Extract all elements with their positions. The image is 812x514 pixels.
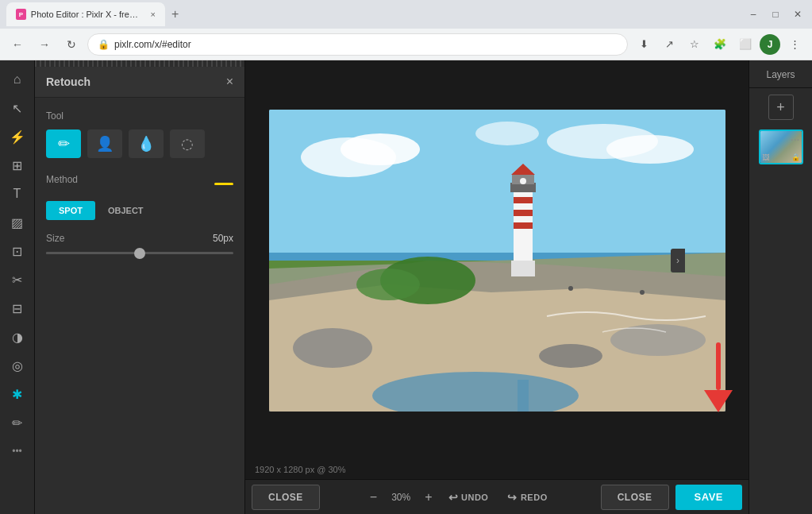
tab-favicon: P (16, 9, 26, 20)
arrow-head (704, 390, 733, 412)
scissors-icon[interactable]: ✂ (5, 267, 30, 292)
svg-point-13 (293, 328, 372, 368)
select-icon[interactable]: ↖ (5, 95, 30, 121)
collapse-panel-arrow[interactable]: › (671, 249, 685, 272)
layers-panel: Layers + ··· 🖼 🔒 (749, 60, 812, 514)
sliders-icon[interactable]: ⊟ (5, 296, 30, 321)
svg-point-15 (539, 344, 602, 368)
circle-half-icon[interactable]: ◑ (5, 324, 30, 350)
slider-track (46, 252, 233, 254)
brush-icon[interactable]: ✏ (5, 410, 30, 435)
bottom-bar: CLOSE − 30% + ↩ UNDO ↪ REDO CLOSE SAVE (245, 479, 749, 514)
toolbar-actions: ⬇ ↗ ☆ 🧩 ⬜ J ⋮ (633, 33, 806, 56)
home-icon[interactable]: ⌂ (5, 67, 30, 92)
zoom-in-button[interactable]: + (421, 490, 435, 504)
new-tab-button[interactable]: + (168, 7, 182, 21)
method-buttons: SPOT OBJECT (46, 201, 233, 220)
split-view-icon[interactable]: ⬜ (734, 33, 756, 56)
hatch-icon[interactable]: ▨ (5, 210, 30, 235)
lock-icon: 🔒 (98, 39, 110, 50)
svg-point-2 (341, 133, 420, 165)
crop-icon[interactable]: ⊞ (5, 153, 30, 178)
text-icon[interactable]: T (5, 181, 30, 207)
url-text: pixlr.com/x/#editor (114, 39, 191, 50)
more-tools-icon[interactable]: ••• (5, 439, 30, 464)
minimize-button[interactable]: – (745, 6, 761, 22)
size-slider[interactable] (46, 252, 233, 254)
drop-tool-button[interactable]: 💧 (129, 129, 164, 158)
close-right-button[interactable]: CLOSE (601, 485, 669, 510)
refresh-button[interactable]: ↻ (60, 33, 83, 56)
undo-label: UNDO (461, 493, 488, 502)
slider-thumb[interactable] (134, 248, 145, 259)
window-controls: – □ ✕ (745, 6, 806, 22)
brush-tool-button[interactable]: ✏ (46, 129, 81, 158)
canvas-svg (269, 110, 725, 412)
add-layer-button[interactable]: + (768, 95, 794, 120)
maximize-button[interactable]: □ (768, 6, 783, 22)
object-button[interactable]: OBJECT (95, 201, 156, 220)
layer-more-icon[interactable]: ··· (791, 133, 800, 145)
panel-close-button[interactable]: × (226, 75, 233, 89)
transform-icon[interactable]: ⊡ (5, 238, 30, 264)
panel-header: Retouch × (35, 67, 244, 98)
stamp-tool-button[interactable]: 👤 (87, 129, 122, 158)
undo-button[interactable]: ↩ UNDO (442, 491, 495, 504)
canvas-status-text: 1920 x 1280 px @ 30% (255, 465, 346, 474)
forward-button[interactable]: → (33, 33, 56, 56)
circle-tool-button[interactable]: ◌ (170, 129, 205, 158)
svg-rect-20 (514, 197, 533, 203)
editor-body: ⌂ ↖ ⚡ ⊞ T ▨ ⊡ ✂ ⊟ ◑ ◎ ✱ ✏ ••• Retouch × … (0, 60, 812, 514)
retouch-icon[interactable]: ✱ (5, 381, 30, 407)
bottom-center-actions: − 30% + ↩ UNDO ↪ REDO (367, 490, 554, 504)
size-value: 50px (213, 233, 233, 244)
tab-title: Photo Editor : Pixlr X - free im... (31, 10, 143, 19)
svg-point-26 (520, 178, 526, 184)
download-icon[interactable]: ⬇ (633, 33, 655, 56)
tab-close-icon[interactable]: × (151, 10, 156, 19)
back-button[interactable]: ← (6, 33, 29, 56)
redo-label: REDO (521, 493, 548, 502)
red-arrow-indicator (704, 342, 733, 412)
layer-thumbnail[interactable]: ··· 🖼 🔒 (759, 129, 803, 164)
close-window-button[interactable]: ✕ (790, 6, 806, 22)
canvas-wrapper[interactable]: › (245, 60, 749, 460)
zoom-value: 30% (387, 492, 415, 503)
layers-title: Layers (766, 69, 795, 80)
menu-icon[interactable]: ⋮ (783, 33, 806, 56)
method-label: Method (46, 174, 78, 185)
svg-rect-27 (518, 380, 529, 412)
bottom-right-actions: CLOSE SAVE (601, 485, 742, 510)
zoom-out-button[interactable]: − (367, 490, 380, 504)
bookmark-icon[interactable]: ☆ (683, 33, 706, 56)
close-left-button[interactable]: CLOSE (252, 485, 320, 510)
panel-content: Tool ✏ 👤 💧 ◌ Method SPOT OBJECT Size 50p… (35, 98, 244, 514)
canvas-area: › 1920 x 1280 px @ 30% CLOSE − 30% + ↩ U… (245, 60, 749, 514)
panel-title: Retouch (46, 75, 90, 88)
spot-button[interactable]: SPOT (46, 201, 95, 220)
browser-tab[interactable]: P Photo Editor : Pixlr X - free im... × (6, 2, 165, 26)
svg-point-5 (475, 122, 539, 145)
address-bar[interactable]: 🔒 pixlr.com/x/#editor (87, 33, 628, 56)
extensions-icon[interactable]: 🧩 (709, 33, 731, 56)
bottom-left-actions: CLOSE (252, 485, 320, 510)
retouch-panel: Retouch × Tool ✏ 👤 💧 ◌ Method SPOT OBJEC… (35, 60, 245, 514)
svg-rect-22 (514, 222, 533, 229)
lightning-icon[interactable]: ⚡ (5, 124, 30, 149)
svg-point-4 (606, 135, 694, 164)
svg-rect-18 (511, 261, 535, 276)
svg-point-17 (356, 269, 420, 300)
size-row: Size 50px (46, 233, 233, 244)
panel-drag-handle[interactable] (35, 60, 244, 67)
redo-button[interactable]: ↪ REDO (501, 491, 553, 504)
tool-section-label: Tool (46, 110, 233, 122)
svg-rect-21 (514, 210, 533, 216)
redo-icon: ↪ (507, 491, 518, 504)
canvas-statusbar: 1920 x 1280 px @ 30% (245, 460, 749, 479)
layers-header: Layers (749, 60, 812, 88)
share-icon[interactable]: ↗ (658, 33, 680, 56)
profile-button[interactable]: J (760, 34, 780, 55)
tool-options-row: ✏ 👤 💧 ◌ (46, 129, 233, 158)
heal-icon[interactable]: ◎ (5, 353, 30, 378)
save-button[interactable]: SAVE (675, 485, 742, 510)
